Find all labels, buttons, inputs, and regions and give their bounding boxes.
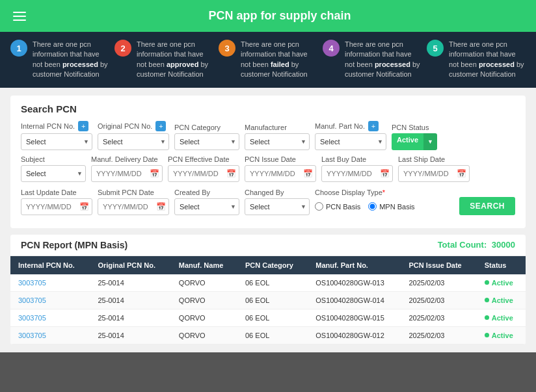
search-button-spacer — [459, 187, 515, 195]
search-row-1: Internal PCN No. + Select ▼ Original PCN… — [21, 121, 515, 150]
cell-pcn-issue-date: 2025/02/03 — [401, 274, 476, 292]
created-by-select[interactable]: Select — [174, 198, 239, 215]
app-title: PCN app for supply chain — [36, 9, 523, 23]
mpn-basis-radio-label[interactable]: MPN Basis — [368, 202, 414, 211]
pcn-category-label: PCN Category — [174, 124, 239, 131]
internal-pcn-link[interactable]: 3003705 — [18, 314, 46, 322]
display-type-radio-group: PCN Basis MPN Basis — [315, 198, 415, 215]
last-ship-date-input-wrap: 📅 — [398, 165, 470, 182]
created-by-select-wrap: Select ▼ — [174, 198, 239, 215]
table-header-row: Internal PCN No. Original PCN No. Manuf.… — [10, 256, 526, 274]
cell-internal-pcn-no: 3003705 — [10, 274, 90, 292]
table-section: PCN Report (MPN Basis) Total Count: 3000… — [10, 235, 526, 345]
submit-pcn-date-label: Submit PCN Date — [98, 189, 169, 196]
original-pcn-no-add-button[interactable]: + — [155, 121, 166, 131]
total-count: Total Count: 30000 — [438, 240, 515, 250]
stat-text-5: There are one pcn information that have … — [449, 40, 526, 80]
cell-pcn-category: 06 EOL — [237, 291, 308, 309]
stat-text-3: There are one pcn information that have … — [241, 40, 317, 80]
internal-pcn-no-add-button[interactable]: + — [78, 121, 88, 131]
stats-bar: 1 There are one pcn information that hav… — [0, 32, 536, 88]
pcn-category-group: PCN Category Select ▼ — [174, 124, 239, 150]
cell-pcn-category: 06 EOL — [237, 309, 308, 326]
stat-number-1: 1 — [10, 40, 27, 57]
cell-manuf-part-no: OS10040280GW-014 — [308, 291, 401, 309]
submit-pcn-date-calendar-icon[interactable]: 📅 — [156, 202, 166, 211]
table-body: 3003705 25-0014 QORVO 06 EOL OS10040280G… — [10, 274, 526, 345]
stat-text-1: There are one pcn information that have … — [33, 40, 109, 80]
changed-by-select[interactable]: Select — [245, 198, 310, 215]
col-header-original-pcn-no: Original PCN No. — [90, 256, 170, 274]
col-header-status: Status — [477, 256, 526, 274]
original-pcn-no-select-wrap: Select ▼ — [98, 133, 169, 150]
pcn-effective-date-calendar-icon[interactable]: 📅 — [226, 169, 236, 178]
internal-pcn-link[interactable]: 3003705 — [18, 296, 46, 304]
cell-status: Active — [477, 291, 526, 309]
pcn-effective-date-group: PCN Effective Date 📅 — [168, 155, 239, 182]
created-by-group: Created By Select ▼ — [174, 189, 239, 215]
manuf-part-no-group: Manuf. Part No. + Select ▼ — [315, 121, 386, 150]
subject-select[interactable]: Select — [21, 165, 86, 182]
last-ship-date-calendar-icon[interactable]: 📅 — [457, 169, 466, 178]
last-update-date-calendar-icon[interactable]: 📅 — [79, 202, 89, 211]
pcn-issue-date-calendar-icon[interactable]: 📅 — [303, 169, 313, 178]
changed-by-group: Changed By Select ▼ — [245, 189, 310, 215]
search-button[interactable]: SEARCH — [459, 197, 515, 215]
pcn-basis-radio-label[interactable]: PCN Basis — [315, 202, 360, 211]
search-section: Search PCN Internal PCN No. + Select ▼ — [10, 96, 526, 228]
manuf-part-no-select[interactable]: Select — [315, 133, 386, 150]
original-pcn-no-select[interactable]: Select — [98, 133, 169, 150]
cell-status: Active — [477, 326, 526, 344]
pcn-category-select[interactable]: Select — [174, 133, 239, 150]
col-header-internal-pcn-no: Internal PCN No. — [10, 256, 90, 274]
pcn-basis-radio[interactable] — [315, 202, 323, 211]
manufacturer-label: Manufacturer — [245, 124, 310, 131]
manufacturer-select[interactable]: Select — [245, 133, 310, 150]
stat-number-2: 2 — [114, 40, 131, 57]
pcn-status-label: PCN Status — [392, 124, 437, 131]
cell-original-pcn-no: 25-0014 — [90, 291, 170, 309]
changed-by-label: Changed By — [245, 189, 310, 196]
manuf-delivery-date-calendar-icon[interactable]: 📅 — [150, 169, 159, 178]
table-title: PCN Report (MPN Basis) — [21, 240, 127, 250]
pcn-status-dropdown-button[interactable]: ▼ — [423, 133, 437, 150]
last-ship-date-group: Last Ship Date 📅 — [398, 155, 470, 182]
status-active-badge: Active — [485, 279, 518, 287]
mpn-basis-label: MPN Basis — [379, 203, 414, 211]
total-count-value: 30000 — [492, 240, 515, 250]
cell-status: Active — [477, 274, 526, 292]
stat-card-2: 2 There are one pcn information that hav… — [114, 40, 213, 80]
pcn-status-select-wrap: Active ▼ — [392, 133, 437, 150]
internal-pcn-no-label: Internal PCN No. — [21, 122, 75, 130]
mpn-basis-radio[interactable] — [368, 202, 377, 211]
search-title: Search PCN — [21, 103, 515, 114]
cell-pcn-category: 06 EOL — [237, 274, 308, 292]
changed-by-select-wrap: Select ▼ — [245, 198, 310, 215]
last-buy-date-calendar-icon[interactable]: 📅 — [380, 169, 390, 178]
manufacturer-group: Manufacturer Select ▼ — [245, 124, 310, 150]
cell-manuf-name: QORVO — [171, 309, 237, 326]
cell-pcn-category: 06 EOL — [237, 326, 308, 344]
pcn-basis-label: PCN Basis — [326, 203, 360, 211]
internal-pcn-link[interactable]: 3003705 — [18, 279, 46, 287]
status-dot-icon — [485, 298, 489, 302]
status-active-badge: Active — [485, 314, 518, 322]
cell-manuf-part-no: OS10040280GW-015 — [308, 309, 401, 326]
col-header-pcn-category: PCN Category — [237, 256, 308, 274]
manuf-delivery-date-group: Manuf. Delivery Date 📅 — [91, 155, 163, 182]
internal-pcn-no-select[interactable]: Select — [21, 133, 92, 150]
stat-card-1: 1 There are one pcn information that hav… — [10, 40, 109, 80]
cell-original-pcn-no: 25-0014 — [90, 274, 170, 292]
last-buy-date-input-wrap: 📅 — [321, 165, 393, 182]
cell-internal-pcn-no: 3003705 — [10, 291, 90, 309]
cell-pcn-issue-date: 2025/02/03 — [401, 309, 476, 326]
hamburger-menu-icon[interactable] — [13, 12, 26, 21]
table-row: 3003705 25-0014 QORVO 06 EOL OS10040280G… — [10, 309, 526, 326]
manuf-part-no-add-button[interactable]: + — [368, 121, 379, 131]
cell-manuf-name: QORVO — [171, 291, 237, 309]
stat-number-3: 3 — [219, 40, 235, 57]
submit-pcn-date-input-wrap: 📅 — [98, 198, 169, 215]
table-header-bar: PCN Report (MPN Basis) Total Count: 3000… — [10, 235, 526, 256]
internal-pcn-link[interactable]: 3003705 — [18, 332, 46, 339]
cell-internal-pcn-no: 3003705 — [10, 326, 90, 344]
